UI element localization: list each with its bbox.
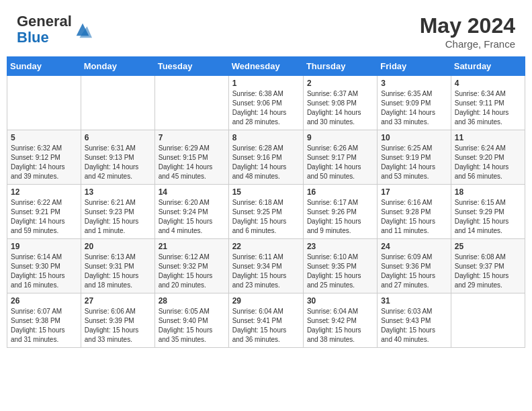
cell-content: Sunrise: 6:26 AM Sunset: 9:17 PM Dayligh…: [307, 144, 373, 181]
day-number: 12: [11, 187, 77, 197]
day-number: 28: [159, 296, 225, 306]
calendar-cell: 10Sunrise: 6:25 AM Sunset: 9:19 PM Dayli…: [378, 130, 451, 185]
cell-content: Sunrise: 6:08 AM Sunset: 9:37 PM Dayligh…: [455, 253, 521, 290]
calendar-cell: [81, 76, 154, 130]
day-number: 4: [455, 79, 521, 88]
month-year: May 2024: [420, 13, 515, 38]
calendar-cell: [451, 293, 525, 348]
day-number: 14: [159, 187, 225, 197]
calendar-cell: 16Sunrise: 6:17 AM Sunset: 9:26 PM Dayli…: [303, 185, 377, 239]
day-number: 5: [11, 133, 77, 142]
day-number: 25: [455, 242, 521, 251]
day-number: 7: [159, 133, 225, 142]
calendar-cell: 27Sunrise: 6:06 AM Sunset: 9:39 PM Dayli…: [81, 293, 154, 348]
cell-content: Sunrise: 6:32 AM Sunset: 9:12 PM Dayligh…: [11, 144, 77, 181]
col-header-thursday: Thursday: [303, 57, 377, 76]
col-header-wednesday: Wednesday: [228, 57, 303, 76]
cell-content: Sunrise: 6:13 AM Sunset: 9:31 PM Dayligh…: [85, 253, 151, 290]
calendar-week-row: 12Sunrise: 6:22 AM Sunset: 9:21 PM Dayli…: [7, 185, 525, 239]
cell-content: Sunrise: 6:04 AM Sunset: 9:41 PM Dayligh…: [232, 307, 300, 345]
calendar-cell: 28Sunrise: 6:05 AM Sunset: 9:40 PM Dayli…: [154, 293, 228, 348]
calendar-cell: 9Sunrise: 6:26 AM Sunset: 9:17 PM Daylig…: [303, 130, 377, 185]
cell-content: Sunrise: 6:14 AM Sunset: 9:30 PM Dayligh…: [11, 253, 77, 290]
cell-content: Sunrise: 6:18 AM Sunset: 9:25 PM Dayligh…: [232, 198, 300, 236]
day-number: 18: [455, 187, 521, 197]
cell-content: Sunrise: 6:22 AM Sunset: 9:21 PM Dayligh…: [11, 198, 77, 236]
day-number: 1: [232, 79, 300, 88]
calendar-cell: 8Sunrise: 6:28 AM Sunset: 9:16 PM Daylig…: [228, 130, 303, 185]
calendar-week-row: 26Sunrise: 6:07 AM Sunset: 9:38 PM Dayli…: [7, 293, 525, 348]
cell-content: Sunrise: 6:29 AM Sunset: 9:15 PM Dayligh…: [159, 144, 225, 181]
calendar-week-row: 1Sunrise: 6:38 AM Sunset: 9:06 PM Daylig…: [7, 76, 525, 130]
calendar-cell: 25Sunrise: 6:08 AM Sunset: 9:37 PM Dayli…: [451, 239, 525, 293]
day-number: 31: [381, 296, 447, 306]
calendar-cell: 1Sunrise: 6:38 AM Sunset: 9:06 PM Daylig…: [228, 76, 303, 130]
col-header-saturday: Saturday: [451, 57, 525, 76]
logo-icon: [73, 20, 92, 39]
cell-content: Sunrise: 6:07 AM Sunset: 9:38 PM Dayligh…: [11, 307, 77, 345]
cell-content: Sunrise: 6:03 AM Sunset: 9:43 PM Dayligh…: [381, 307, 447, 345]
cell-content: Sunrise: 6:25 AM Sunset: 9:19 PM Dayligh…: [381, 144, 447, 181]
day-number: 26: [11, 296, 77, 306]
calendar-cell: 15Sunrise: 6:18 AM Sunset: 9:25 PM Dayli…: [228, 185, 303, 239]
cell-content: Sunrise: 6:21 AM Sunset: 9:23 PM Dayligh…: [85, 198, 151, 236]
calendar-cell: 26Sunrise: 6:07 AM Sunset: 9:38 PM Dayli…: [7, 293, 81, 348]
cell-content: Sunrise: 6:10 AM Sunset: 9:35 PM Dayligh…: [307, 253, 373, 290]
cell-content: Sunrise: 6:31 AM Sunset: 9:13 PM Dayligh…: [85, 144, 151, 181]
day-number: 23: [307, 242, 373, 251]
calendar-week-row: 5Sunrise: 6:32 AM Sunset: 9:12 PM Daylig…: [7, 130, 525, 185]
cell-content: Sunrise: 6:06 AM Sunset: 9:39 PM Dayligh…: [85, 307, 151, 345]
calendar-cell: 4Sunrise: 6:34 AM Sunset: 9:11 PM Daylig…: [451, 76, 525, 130]
cell-content: Sunrise: 6:17 AM Sunset: 9:26 PM Dayligh…: [307, 198, 373, 236]
cell-content: Sunrise: 6:38 AM Sunset: 9:06 PM Dayligh…: [232, 89, 300, 127]
calendar-cell: [154, 76, 228, 130]
day-number: 2: [307, 79, 373, 88]
calendar-cell: 19Sunrise: 6:14 AM Sunset: 9:30 PM Dayli…: [7, 239, 81, 293]
calendar-week-row: 19Sunrise: 6:14 AM Sunset: 9:30 PM Dayli…: [7, 239, 525, 293]
day-number: 29: [232, 296, 300, 306]
cell-content: Sunrise: 6:11 AM Sunset: 9:34 PM Dayligh…: [232, 253, 300, 290]
day-number: 27: [85, 296, 151, 306]
cell-content: Sunrise: 6:05 AM Sunset: 9:40 PM Dayligh…: [159, 307, 225, 345]
calendar-cell: [7, 76, 81, 130]
cell-content: Sunrise: 6:28 AM Sunset: 9:16 PM Dayligh…: [232, 144, 300, 181]
page-header: General Blue May 2024 Charge, France: [7, 7, 525, 53]
cell-content: Sunrise: 6:37 AM Sunset: 9:08 PM Dayligh…: [307, 89, 373, 127]
col-header-monday: Monday: [81, 57, 154, 76]
day-number: 11: [455, 133, 521, 142]
calendar-cell: 24Sunrise: 6:09 AM Sunset: 9:36 PM Dayli…: [378, 239, 451, 293]
calendar-cell: 3Sunrise: 6:35 AM Sunset: 9:09 PM Daylig…: [378, 76, 451, 130]
calendar-cell: 22Sunrise: 6:11 AM Sunset: 9:34 PM Dayli…: [228, 239, 303, 293]
calendar-cell: 13Sunrise: 6:21 AM Sunset: 9:23 PM Dayli…: [81, 185, 154, 239]
cell-content: Sunrise: 6:24 AM Sunset: 9:20 PM Dayligh…: [455, 144, 521, 181]
calendar-cell: 21Sunrise: 6:12 AM Sunset: 9:32 PM Dayli…: [154, 239, 228, 293]
calendar-cell: 14Sunrise: 6:20 AM Sunset: 9:24 PM Dayli…: [154, 185, 228, 239]
col-header-friday: Friday: [378, 57, 451, 76]
calendar-header-row: SundayMondayTuesdayWednesdayThursdayFrid…: [7, 57, 525, 76]
day-number: 16: [307, 187, 373, 197]
day-number: 17: [381, 187, 447, 197]
day-number: 20: [85, 242, 151, 251]
day-number: 6: [85, 133, 151, 142]
col-header-sunday: Sunday: [7, 57, 81, 76]
cell-content: Sunrise: 6:34 AM Sunset: 9:11 PM Dayligh…: [455, 89, 521, 127]
calendar-cell: 18Sunrise: 6:15 AM Sunset: 9:29 PM Dayli…: [451, 185, 525, 239]
calendar-cell: 12Sunrise: 6:22 AM Sunset: 9:21 PM Dayli…: [7, 185, 81, 239]
day-number: 8: [232, 133, 300, 142]
cell-content: Sunrise: 6:16 AM Sunset: 9:28 PM Dayligh…: [381, 198, 447, 236]
calendar-cell: 30Sunrise: 6:04 AM Sunset: 9:42 PM Dayli…: [303, 293, 377, 348]
title-block: May 2024 Charge, France: [420, 13, 515, 50]
cell-content: Sunrise: 6:12 AM Sunset: 9:32 PM Dayligh…: [159, 253, 225, 290]
calendar-cell: 17Sunrise: 6:16 AM Sunset: 9:28 PM Dayli…: [378, 185, 451, 239]
day-number: 3: [381, 79, 447, 88]
cell-content: Sunrise: 6:15 AM Sunset: 9:29 PM Dayligh…: [455, 198, 521, 236]
calendar-cell: 29Sunrise: 6:04 AM Sunset: 9:41 PM Dayli…: [228, 293, 303, 348]
calendar-cell: 5Sunrise: 6:32 AM Sunset: 9:12 PM Daylig…: [7, 130, 81, 185]
cell-content: Sunrise: 6:09 AM Sunset: 9:36 PM Dayligh…: [381, 253, 447, 290]
cell-content: Sunrise: 6:35 AM Sunset: 9:09 PM Dayligh…: [381, 89, 447, 127]
calendar-cell: 11Sunrise: 6:24 AM Sunset: 9:20 PM Dayli…: [451, 130, 525, 185]
calendar-cell: 23Sunrise: 6:10 AM Sunset: 9:35 PM Dayli…: [303, 239, 377, 293]
day-number: 30: [307, 296, 373, 306]
day-number: 19: [11, 242, 77, 251]
day-number: 10: [381, 133, 447, 142]
